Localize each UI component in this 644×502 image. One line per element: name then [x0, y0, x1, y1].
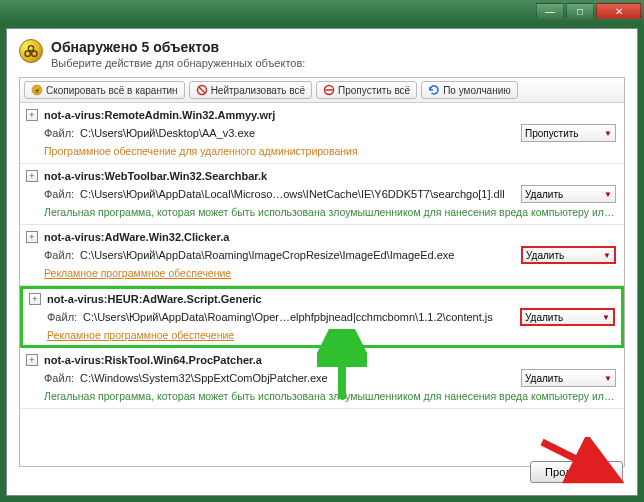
file-path: C:\Users\Юрий\AppData\Roaming\ImageCropR… — [80, 249, 515, 261]
dialog-title: Обнаружено 5 объектов — [51, 39, 305, 55]
footer: Продолжить — [530, 461, 623, 483]
threat-description: Легальная программа, которая может быть … — [26, 206, 616, 218]
file-label: Файл: — [44, 249, 74, 261]
threat-item: +not-a-virus:RiskTool.Win64.ProcPatcher.… — [20, 348, 624, 409]
undo-icon — [428, 84, 440, 96]
threat-description: Легальная программа, которая может быть … — [26, 390, 616, 402]
threat-description: Программное обеспечение для удаленного а… — [26, 145, 616, 157]
threat-list[interactable]: +not-a-virus:RemoteAdmin.Win32.Ammyy.wrj… — [20, 103, 624, 466]
skip-all-label: Пропустить всё — [338, 85, 410, 96]
action-dropdown[interactable]: Удалить▼ — [521, 185, 616, 203]
action-dropdown-label: Пропустить — [525, 128, 579, 139]
file-path: C:\Users\Юрий\AppData\Roaming\Oper…elphf… — [83, 311, 514, 323]
action-dropdown-label: Удалить — [526, 250, 564, 261]
action-dropdown[interactable]: Пропустить▼ — [521, 124, 616, 142]
expand-icon[interactable]: + — [26, 109, 38, 121]
dialog-subtitle: Выберите действие для обнаруженных объек… — [51, 57, 305, 69]
file-label: Файл: — [44, 127, 74, 139]
skip-all-button[interactable]: Пропустить всё — [316, 81, 417, 99]
action-dropdown[interactable]: Удалить▼ — [521, 246, 616, 264]
expand-icon[interactable]: + — [26, 170, 38, 182]
continue-button[interactable]: Продолжить — [530, 461, 623, 483]
threat-item: +not-a-virus:HEUR:AdWare.Script.GenericФ… — [20, 286, 624, 348]
threat-name: not-a-virus:RiskTool.Win64.ProcPatcher.a — [44, 354, 262, 366]
threat-description: Рекламное программное обеспечение — [26, 267, 616, 279]
action-dropdown-label: Удалить — [525, 373, 563, 384]
expand-icon[interactable]: + — [26, 354, 38, 366]
close-button[interactable]: ✕ — [596, 3, 641, 19]
chevron-down-icon: ▼ — [604, 374, 612, 383]
chevron-down-icon: ▼ — [602, 313, 610, 322]
action-dropdown-label: Удалить — [525, 189, 563, 200]
svg-point-2 — [32, 51, 37, 56]
maximize-button[interactable]: □ — [566, 3, 594, 19]
quarantine-all-button[interactable]: ☣ Скопировать всё в карантин — [24, 81, 185, 99]
threat-item: +not-a-virus:WebToolbar.Win32.Searchbar.… — [20, 164, 624, 225]
svg-line-6 — [199, 87, 205, 93]
threat-name: not-a-virus:RemoteAdmin.Win32.Ammyy.wrj — [44, 109, 275, 121]
no-entry-icon — [196, 84, 208, 96]
file-path: C:\Users\Юрий\AppData\Local\Microso…ows\… — [80, 188, 515, 200]
default-button[interactable]: По умолчанию — [421, 81, 518, 99]
neutralize-all-button[interactable]: Нейтрализовать всё — [189, 81, 312, 99]
svg-point-0 — [28, 46, 33, 51]
file-label: Файл: — [44, 372, 74, 384]
file-label: Файл: — [47, 311, 77, 323]
minimize-button[interactable]: — — [536, 3, 564, 19]
expand-icon[interactable]: + — [26, 231, 38, 243]
biohazard-small-icon: ☣ — [31, 84, 43, 96]
content-frame: ☣ Скопировать всё в карантин Нейтрализов… — [19, 77, 625, 467]
action-dropdown[interactable]: Удалить▼ — [520, 308, 615, 326]
biohazard-icon — [19, 39, 43, 63]
skip-icon — [323, 84, 335, 96]
threat-item: +not-a-virus:RemoteAdmin.Win32.Ammyy.wrj… — [20, 103, 624, 164]
file-path: C:\Users\Юрий\Desktop\AA_v3.exe — [80, 127, 515, 139]
threat-name: not-a-virus:HEUR:AdWare.Script.Generic — [47, 293, 262, 305]
file-path: C:\Windows\System32\SppExtComObjPatcher.… — [80, 372, 515, 384]
chevron-down-icon: ▼ — [604, 190, 612, 199]
svg-point-1 — [25, 51, 30, 56]
toolbar: ☣ Скопировать всё в карантин Нейтрализов… — [20, 78, 624, 103]
action-dropdown[interactable]: Удалить▼ — [521, 369, 616, 387]
svg-text:☣: ☣ — [34, 87, 40, 94]
header: Обнаружено 5 объектов Выберите действие … — [19, 39, 625, 69]
file-label: Файл: — [44, 188, 74, 200]
titlebar: — □ ✕ — [0, 0, 644, 22]
neutralize-all-label: Нейтрализовать всё — [211, 85, 305, 96]
quarantine-all-label: Скопировать всё в карантин — [46, 85, 178, 96]
chevron-down-icon: ▼ — [603, 251, 611, 260]
threat-name: not-a-virus:AdWare.Win32.Clicker.a — [44, 231, 229, 243]
threat-item: +not-a-virus:AdWare.Win32.Clicker.aФайл:… — [20, 225, 624, 286]
action-dropdown-label: Удалить — [525, 312, 563, 323]
expand-icon[interactable]: + — [29, 293, 41, 305]
default-label: По умолчанию — [443, 85, 511, 96]
chevron-down-icon: ▼ — [604, 129, 612, 138]
threat-name: not-a-virus:WebToolbar.Win32.Searchbar.k — [44, 170, 267, 182]
dialog-body: Обнаружено 5 объектов Выберите действие … — [6, 28, 638, 496]
threat-description: Рекламное программное обеспечение — [29, 329, 615, 341]
